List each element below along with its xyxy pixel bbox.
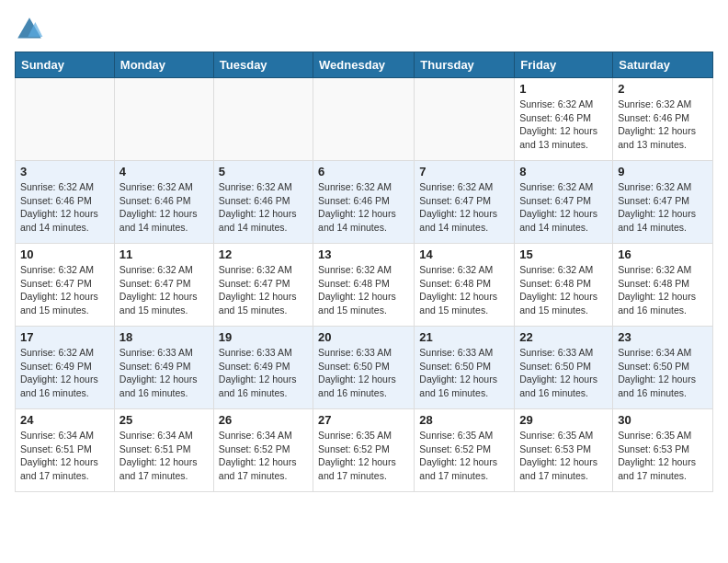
day-number: 3 [20, 165, 109, 178]
day-info: Sunrise: 6:35 AM Sunset: 6:52 PM Dayligh… [318, 429, 409, 483]
day-number: 4 [119, 165, 209, 178]
calendar-cell: 11Sunrise: 6:32 AM Sunset: 6:47 PM Dayli… [114, 244, 213, 327]
day-number: 2 [618, 82, 708, 96]
calendar-table: SundayMondayTuesdayWednesdayThursdayFrid… [15, 52, 713, 492]
calendar-cell: 1Sunrise: 6:32 AM Sunset: 6:46 PM Daylig… [515, 78, 613, 161]
day-number: 25 [119, 413, 209, 427]
day-info: Sunrise: 6:34 AM Sunset: 6:51 PM Dayligh… [20, 429, 109, 483]
header-thursday: Thursday [415, 52, 515, 78]
calendar-cell: 2Sunrise: 6:32 AM Sunset: 6:46 PM Daylig… [613, 78, 713, 161]
day-info: Sunrise: 6:33 AM Sunset: 6:49 PM Dayligh… [119, 346, 209, 400]
day-number: 29 [519, 413, 608, 427]
day-info: Sunrise: 6:32 AM Sunset: 6:47 PM Dayligh… [219, 263, 308, 317]
day-info: Sunrise: 6:33 AM Sunset: 6:50 PM Dayligh… [519, 346, 608, 400]
calendar-cell: 7Sunrise: 6:32 AM Sunset: 6:47 PM Daylig… [415, 161, 515, 244]
calendar-cell: 8Sunrise: 6:32 AM Sunset: 6:47 PM Daylig… [515, 161, 613, 244]
calendar-cell: 26Sunrise: 6:34 AM Sunset: 6:52 PM Dayli… [213, 409, 313, 492]
calendar-cell: 13Sunrise: 6:32 AM Sunset: 6:48 PM Dayli… [313, 244, 415, 327]
day-number: 18 [119, 330, 209, 344]
calendar-cell: 19Sunrise: 6:33 AM Sunset: 6:49 PM Dayli… [213, 327, 313, 409]
day-info: Sunrise: 6:35 AM Sunset: 6:53 PM Dayligh… [519, 429, 608, 483]
calendar-week-1: 1Sunrise: 6:32 AM Sunset: 6:46 PM Daylig… [16, 78, 713, 161]
calendar-cell: 18Sunrise: 6:33 AM Sunset: 6:49 PM Dayli… [114, 327, 213, 409]
calendar-cell: 28Sunrise: 6:35 AM Sunset: 6:52 PM Dayli… [415, 409, 515, 492]
day-info: Sunrise: 6:32 AM Sunset: 6:46 PM Dayligh… [219, 180, 308, 235]
calendar-week-3: 10Sunrise: 6:32 AM Sunset: 6:47 PM Dayli… [16, 244, 713, 327]
calendar-cell: 4Sunrise: 6:32 AM Sunset: 6:46 PM Daylig… [114, 161, 213, 244]
day-number: 26 [219, 413, 308, 427]
header-wednesday: Wednesday [313, 52, 415, 78]
day-info: Sunrise: 6:32 AM Sunset: 6:46 PM Dayligh… [20, 180, 109, 235]
calendar-cell: 20Sunrise: 6:33 AM Sunset: 6:50 PM Dayli… [313, 327, 415, 409]
day-info: Sunrise: 6:34 AM Sunset: 6:51 PM Dayligh… [119, 429, 209, 483]
header-monday: Monday [114, 52, 213, 78]
calendar-cell [114, 78, 213, 161]
calendar-cell: 6Sunrise: 6:32 AM Sunset: 6:46 PM Daylig… [313, 161, 415, 244]
day-info: Sunrise: 6:32 AM Sunset: 6:47 PM Dayligh… [20, 263, 109, 317]
day-info: Sunrise: 6:33 AM Sunset: 6:50 PM Dayligh… [318, 346, 409, 400]
calendar-cell: 12Sunrise: 6:32 AM Sunset: 6:47 PM Dayli… [213, 244, 313, 327]
day-number: 7 [419, 165, 509, 178]
day-number: 9 [618, 165, 708, 178]
calendar-cell: 9Sunrise: 6:32 AM Sunset: 6:47 PM Daylig… [613, 161, 713, 244]
day-info: Sunrise: 6:32 AM Sunset: 6:47 PM Dayligh… [119, 263, 209, 317]
calendar-cell: 23Sunrise: 6:34 AM Sunset: 6:50 PM Dayli… [613, 327, 713, 409]
day-info: Sunrise: 6:35 AM Sunset: 6:53 PM Dayligh… [618, 429, 708, 483]
calendar-cell: 25Sunrise: 6:34 AM Sunset: 6:51 PM Dayli… [114, 409, 213, 492]
page-header [15, 15, 713, 44]
day-info: Sunrise: 6:32 AM Sunset: 6:49 PM Dayligh… [20, 346, 109, 400]
calendar-header-row: SundayMondayTuesdayWednesdayThursdayFrid… [16, 52, 713, 78]
header-friday: Friday [515, 52, 613, 78]
calendar-cell [16, 78, 115, 161]
day-info: Sunrise: 6:32 AM Sunset: 6:47 PM Dayligh… [618, 180, 708, 235]
calendar-cell: 24Sunrise: 6:34 AM Sunset: 6:51 PM Dayli… [16, 409, 115, 492]
calendar-cell: 27Sunrise: 6:35 AM Sunset: 6:52 PM Dayli… [313, 409, 415, 492]
day-info: Sunrise: 6:35 AM Sunset: 6:52 PM Dayligh… [419, 429, 509, 483]
day-number: 11 [119, 247, 209, 261]
calendar-cell: 21Sunrise: 6:33 AM Sunset: 6:50 PM Dayli… [415, 327, 515, 409]
day-number: 15 [519, 247, 608, 261]
calendar-cell: 5Sunrise: 6:32 AM Sunset: 6:46 PM Daylig… [213, 161, 313, 244]
logo [15, 15, 48, 44]
day-info: Sunrise: 6:33 AM Sunset: 6:49 PM Dayligh… [219, 346, 308, 400]
calendar-week-5: 24Sunrise: 6:34 AM Sunset: 6:51 PM Dayli… [16, 409, 713, 492]
day-number: 21 [419, 330, 509, 344]
day-number: 8 [519, 165, 608, 178]
calendar-cell: 29Sunrise: 6:35 AM Sunset: 6:53 PM Dayli… [515, 409, 613, 492]
calendar-cell: 10Sunrise: 6:32 AM Sunset: 6:47 PM Dayli… [16, 244, 115, 327]
day-info: Sunrise: 6:33 AM Sunset: 6:50 PM Dayligh… [419, 346, 509, 400]
day-number: 28 [419, 413, 509, 427]
calendar-cell: 15Sunrise: 6:32 AM Sunset: 6:48 PM Dayli… [515, 244, 613, 327]
day-number: 1 [519, 82, 608, 96]
day-number: 20 [318, 330, 409, 344]
logo-icon [15, 15, 44, 44]
header-tuesday: Tuesday [213, 52, 313, 78]
day-number: 10 [20, 247, 109, 261]
day-number: 16 [618, 247, 708, 261]
day-info: Sunrise: 6:32 AM Sunset: 6:46 PM Dayligh… [618, 98, 708, 152]
day-number: 5 [219, 165, 308, 178]
calendar-week-4: 17Sunrise: 6:32 AM Sunset: 6:49 PM Dayli… [16, 327, 713, 409]
day-info: Sunrise: 6:32 AM Sunset: 6:46 PM Dayligh… [519, 98, 608, 152]
day-number: 17 [20, 330, 109, 344]
calendar-cell [415, 78, 515, 161]
calendar-cell: 3Sunrise: 6:32 AM Sunset: 6:46 PM Daylig… [16, 161, 115, 244]
calendar-cell: 14Sunrise: 6:32 AM Sunset: 6:48 PM Dayli… [415, 244, 515, 327]
calendar-cell [313, 78, 415, 161]
calendar-cell [213, 78, 313, 161]
day-info: Sunrise: 6:32 AM Sunset: 6:47 PM Dayligh… [519, 180, 608, 235]
day-info: Sunrise: 6:32 AM Sunset: 6:46 PM Dayligh… [318, 180, 409, 235]
day-number: 14 [419, 247, 509, 261]
day-info: Sunrise: 6:34 AM Sunset: 6:50 PM Dayligh… [618, 346, 708, 400]
day-info: Sunrise: 6:32 AM Sunset: 6:46 PM Dayligh… [119, 180, 209, 235]
day-number: 27 [318, 413, 409, 427]
day-number: 13 [318, 247, 409, 261]
day-info: Sunrise: 6:32 AM Sunset: 6:48 PM Dayligh… [419, 263, 509, 317]
day-info: Sunrise: 6:32 AM Sunset: 6:48 PM Dayligh… [618, 263, 708, 317]
day-info: Sunrise: 6:32 AM Sunset: 6:48 PM Dayligh… [318, 263, 409, 317]
calendar-cell: 16Sunrise: 6:32 AM Sunset: 6:48 PM Dayli… [613, 244, 713, 327]
day-number: 23 [618, 330, 708, 344]
header-sunday: Sunday [16, 52, 115, 78]
calendar-week-2: 3Sunrise: 6:32 AM Sunset: 6:46 PM Daylig… [16, 161, 713, 244]
day-number: 12 [219, 247, 308, 261]
